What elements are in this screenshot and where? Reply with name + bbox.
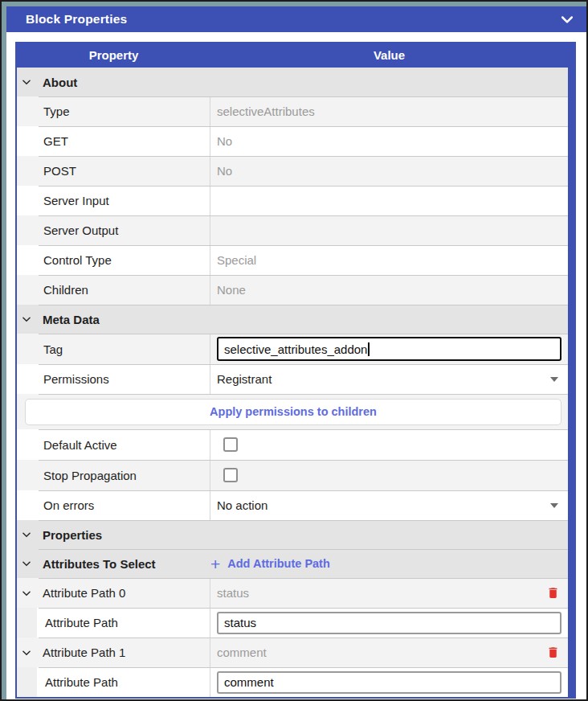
delete-icon[interactable] (546, 585, 560, 601)
chevron-down-icon[interactable] (20, 587, 32, 599)
value-cell: comment (210, 637, 568, 667)
panel-header[interactable]: Block Properties (6, 6, 586, 32)
indent-gutter (17, 667, 37, 697)
value-text: None (217, 283, 246, 297)
section-header-cell: Meta Data (17, 305, 210, 334)
properties-table: Property Value AboutTypeselectiveAttribu… (15, 42, 576, 699)
section-properties[interactable]: Properties (17, 520, 568, 549)
attribute-path-input[interactable] (217, 612, 561, 634)
property-cell: On errors (17, 490, 210, 520)
property-label: Attribute Path (45, 616, 118, 629)
value-cell: selectiveAttributes (210, 96, 568, 126)
attribute-path-input[interactable] (217, 671, 561, 694)
indent-gutter (17, 608, 37, 637)
panel-inner: Block Properties Property Value AboutTyp… (2, 2, 586, 699)
section-header-cell: About (17, 68, 210, 96)
select-value: Registrant (217, 372, 272, 386)
property-row-server-output: Server Output (17, 215, 568, 245)
attribute-path-subrow: Attribute Path (17, 667, 568, 697)
property-cell: Children (17, 275, 210, 305)
default-active-checkbox[interactable] (223, 437, 238, 452)
property-label: Attribute Path 0 (43, 586, 125, 600)
chevron-down-icon[interactable] (20, 529, 32, 541)
add-attribute-path-button[interactable]: +Add Attribute Path (210, 555, 330, 572)
stop-propagation-checkbox[interactable] (223, 468, 238, 482)
button-row: Apply permissions to children (17, 394, 568, 429)
value-text: status (217, 586, 249, 600)
permissions-select[interactable]: Registrant (210, 364, 568, 394)
property-row-server-input: Server Input (17, 186, 568, 215)
section-label: Meta Data (43, 313, 100, 326)
dropdown-arrow-icon (550, 503, 558, 508)
property-cell: Control Type (17, 245, 210, 275)
property-row-control-type: Control TypeSpecial (17, 245, 568, 275)
value-cell (210, 667, 568, 697)
property-cell: Stop Propagation (17, 460, 210, 490)
value-cell (210, 186, 568, 215)
table-header: Property Value (17, 42, 568, 68)
chevron-down-icon[interactable] (20, 314, 32, 326)
panel-title: Block Properties (26, 12, 127, 27)
property-row-type: TypeselectiveAttributes (17, 96, 568, 126)
value-cell: selective_attributes_addon (210, 334, 568, 364)
property-cell: Default Active (17, 429, 210, 460)
value-text: No (217, 164, 232, 178)
property-label: Children (43, 283, 88, 297)
table-rows: AboutTypeselectiveAttributesGETNoPOSTNoS… (17, 68, 568, 697)
text-caret (368, 342, 370, 356)
property-row-on-errors: On errorsNo action (17, 490, 568, 520)
attribute-path-row: Attribute Path 0status (17, 578, 568, 608)
property-row-stop-propagation: Stop Propagation (17, 460, 568, 490)
on-errors-select[interactable]: No action (210, 490, 568, 520)
value-text: comment (217, 646, 267, 659)
property-cell: Type (17, 96, 210, 126)
delete-icon[interactable] (546, 645, 560, 660)
add-attribute-path-label: Add Attribute Path (227, 557, 330, 570)
section-header-cell: Attributes To Select (17, 549, 210, 578)
tag-input[interactable]: selective_attributes_addon (217, 337, 561, 361)
property-cell: Attribute Path 1 (17, 637, 210, 667)
chevron-down-icon[interactable] (20, 558, 32, 570)
property-label: Default Active (43, 438, 117, 452)
chevron-down-icon[interactable] (20, 646, 32, 658)
property-cell: Attribute Path (17, 608, 210, 637)
property-label: Attribute Path 1 (43, 646, 125, 659)
property-cell: Server Input (17, 186, 210, 215)
value-text: selectiveAttributes (217, 105, 315, 118)
property-label: Server Output (43, 223, 118, 237)
property-cell: Permissions (17, 364, 210, 394)
value-cell: Special (210, 245, 568, 275)
value-cell (210, 608, 568, 637)
property-label: GET (43, 134, 68, 148)
section-label: Properties (43, 528, 102, 542)
section-attributes-to-select[interactable]: Attributes To Select+Add Attribute Path (17, 549, 568, 578)
property-label: Type (43, 105, 70, 118)
value-cell: status (210, 578, 568, 608)
property-label: Permissions (43, 372, 109, 386)
property-label: Control Type (43, 253, 112, 267)
property-row-default-active: Default Active (17, 429, 568, 460)
input-text: selective_attributes_addon (224, 342, 367, 356)
value-cell (210, 429, 568, 460)
column-header-property: Property (17, 42, 210, 68)
value-cell (210, 460, 568, 490)
value-text: No (217, 134, 232, 148)
chevron-down-icon[interactable] (20, 76, 32, 88)
block-properties-panel: Block Properties Property Value AboutTyp… (0, 0, 588, 701)
section-label: About (43, 76, 77, 89)
property-label: Stop Propagation (43, 469, 137, 482)
property-cell: GET (17, 126, 210, 156)
property-row-tag: Tagselective_attributes_addon (17, 334, 568, 364)
value-cell: None (210, 275, 568, 305)
section-about[interactable]: About (17, 68, 568, 96)
property-label: On errors (43, 498, 94, 512)
property-row-permissions: PermissionsRegistrant (17, 364, 568, 394)
section-meta-data[interactable]: Meta Data (17, 305, 568, 334)
property-row-children: ChildrenNone (17, 275, 568, 305)
apply-permissions-button[interactable]: Apply permissions to children (25, 399, 561, 425)
property-row-get: GETNo (17, 126, 568, 156)
section-header-cell: Properties (17, 520, 210, 549)
plus-icon: + (210, 555, 220, 572)
property-cell: Attribute Path 0 (17, 578, 210, 608)
property-row-post: POSTNo (17, 156, 568, 186)
